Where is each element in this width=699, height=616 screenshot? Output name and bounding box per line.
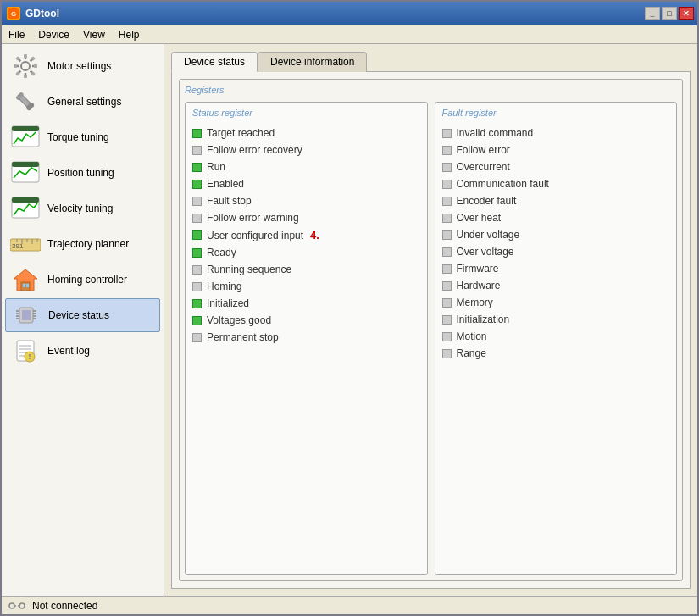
status-register-label: Permanent stop <box>207 331 279 343</box>
status-register-item: Fault stop <box>192 192 420 209</box>
fault-register-label: Initialization <box>457 314 510 325</box>
svg-rect-40 <box>22 310 31 320</box>
sidebar-item-position-tuning[interactable]: Position tuning <box>5 156 160 190</box>
status-indicator <box>192 214 202 223</box>
sidebar-item-event-log[interactable]: Event log <box>5 334 160 368</box>
sidebar-label-position-tuning: Position tuning <box>47 167 114 179</box>
status-bar: Not connected <box>2 596 697 614</box>
fault-register-label: Firmware <box>457 263 499 275</box>
fault-indicator <box>442 247 452 257</box>
close-button[interactable]: ✕ <box>679 7 694 20</box>
fault-register-item: Under voltage <box>442 226 670 243</box>
connection-status: Not connected <box>32 600 97 612</box>
status-register-label: Homing <box>207 280 241 292</box>
status-indicator <box>192 316 202 325</box>
fault-register-title: Fault register <box>442 108 670 118</box>
title-bar-left: G GDtool <box>7 7 59 20</box>
fault-indicator <box>442 230 452 240</box>
sidebar-item-motor-settings[interactable]: Motor settings <box>5 49 160 83</box>
fault-indicator <box>442 146 452 155</box>
fault-register-label: Overcurrent <box>457 161 510 173</box>
fault-register-items: Invalid commandFollow errorOvercurrentCo… <box>442 125 670 362</box>
menu-bar: File Device View Help <box>2 25 697 44</box>
fault-indicator <box>442 298 452 308</box>
status-indicator <box>192 248 202 258</box>
status-register-label: User configured input <box>207 230 303 241</box>
sidebar: Motor settings General settings <box>2 44 164 596</box>
tab-bar: Device status Device information <box>171 51 691 71</box>
registers-inner: Status register Target reachedFollow err… <box>185 102 677 575</box>
main-window: G GDtool _ □ ✕ File Device View Help <box>0 0 699 616</box>
house-icon <box>10 264 41 295</box>
status-register-label: Run <box>207 161 225 173</box>
menu-file[interactable]: File <box>2 27 31 42</box>
status-register-items: Target reachedFollow error recoveryRunEn… <box>192 125 420 346</box>
minimize-button[interactable]: _ <box>645 7 660 20</box>
sidebar-item-velocity-tuning[interactable]: Velocity tuning <box>5 191 160 225</box>
svg-rect-13 <box>14 64 17 68</box>
fault-indicator <box>442 180 452 189</box>
menu-help[interactable]: Help <box>112 27 147 42</box>
svg-rect-27 <box>12 197 39 203</box>
status-indicator <box>192 333 202 342</box>
fault-register-item: Over heat <box>442 209 670 226</box>
status-indicator <box>192 230 202 240</box>
sidebar-item-device-status[interactable]: Device status <box>5 298 160 332</box>
fault-register-item: Initialization <box>442 311 670 328</box>
sidebar-item-general-settings[interactable]: General settings <box>5 85 160 119</box>
sidebar-item-homing-controller[interactable]: Homing controller <box>5 263 160 297</box>
registers-title: Registers <box>185 85 677 95</box>
svg-rect-14 <box>34 64 37 68</box>
status-register-item: Initialized <box>192 295 420 312</box>
fault-register-item: Encoder fault <box>442 192 670 209</box>
sidebar-item-trajectory-planner[interactable]: 391 Trajectory planner <box>5 227 160 261</box>
gear-icon <box>10 51 41 81</box>
svg-rect-25 <box>12 162 39 167</box>
status-register-item: Permanent stop <box>192 329 420 346</box>
fault-indicator <box>442 332 452 341</box>
connection-icon <box>8 600 25 612</box>
fault-register-item: Over voltage <box>442 243 670 260</box>
fault-register-label: Over heat <box>457 212 502 224</box>
status-register-item: User configured input 4. <box>192 226 420 244</box>
status-register-label: Initialized <box>207 297 249 309</box>
fault-register-label: Under voltage <box>457 229 520 241</box>
svg-point-57 <box>9 603 14 608</box>
tab-device-status[interactable]: Device status <box>171 52 258 72</box>
status-indicator <box>192 146 202 155</box>
maximize-button[interactable]: □ <box>662 7 677 20</box>
fault-register-item: Firmware <box>442 260 670 277</box>
log-icon <box>10 336 41 366</box>
status-register-item: Enabled <box>192 175 420 192</box>
tab-device-information[interactable]: Device information <box>258 52 367 72</box>
registers-group: Registers Status register Target reached… <box>179 79 683 581</box>
torque-chart-icon <box>10 122 41 153</box>
sidebar-label-torque-tuning: Torque tuning <box>47 131 109 143</box>
svg-point-56 <box>29 358 31 359</box>
status-register-label: Running sequence <box>207 264 291 275</box>
sidebar-item-torque-tuning[interactable]: Torque tuning <box>5 120 160 154</box>
fault-indicator <box>442 315 452 325</box>
sidebar-label-velocity-tuning: Velocity tuning <box>47 203 113 214</box>
status-register-label: Ready <box>207 247 236 258</box>
fault-register-item: Motion <box>442 328 670 345</box>
main-panel: Device status Device information Registe… <box>164 44 697 596</box>
register-highlight: 4. <box>310 229 319 241</box>
window-title: GDtool <box>25 8 59 19</box>
status-indicator <box>192 265 202 275</box>
menu-view[interactable]: View <box>76 27 112 42</box>
svg-point-2 <box>21 62 30 70</box>
status-register-label: Fault stop <box>207 195 252 207</box>
status-register-label: Target reached <box>207 127 275 139</box>
title-bar: G GDtool _ □ ✕ <box>2 2 697 25</box>
title-controls: _ □ ✕ <box>645 7 694 20</box>
status-indicator <box>192 129 202 138</box>
menu-device[interactable]: Device <box>31 27 76 42</box>
sidebar-label-trajectory-planner: Trajectory planner <box>47 238 129 250</box>
content-area: Motor settings General settings <box>2 44 697 596</box>
status-register-label: Follow error recovery <box>207 144 302 156</box>
fault-register-label: Memory <box>457 297 493 308</box>
fault-register-item: Follow error <box>442 142 670 158</box>
svg-point-58 <box>19 603 25 608</box>
status-register-item: Homing <box>192 278 420 295</box>
